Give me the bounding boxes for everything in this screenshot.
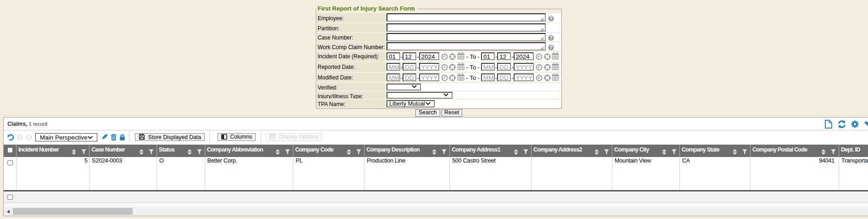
svg-text:?: ? xyxy=(549,16,552,21)
svg-text:?: ? xyxy=(549,45,552,50)
svg-text:?: ? xyxy=(549,35,552,40)
